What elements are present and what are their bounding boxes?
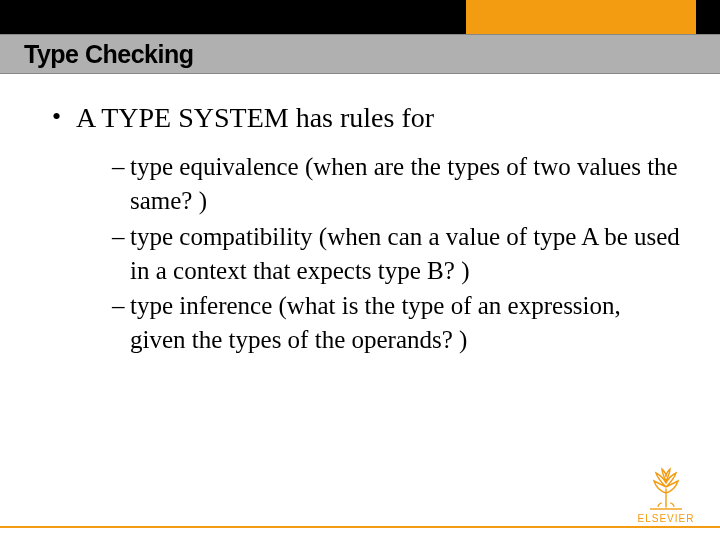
top-orange-accent (466, 0, 696, 34)
sub-bullet-item: type compatibility (when can a value of … (112, 220, 680, 288)
sub-bullet-item: type equivalence (when are the types of … (112, 150, 680, 218)
slide-title: Type Checking (24, 40, 193, 69)
sub-bullet-list: type equivalence (when are the types of … (48, 150, 680, 357)
main-bullet: A TYPE SYSTEM has rules for (48, 100, 680, 136)
title-bar: Type Checking (0, 34, 720, 74)
bottom-accent-line (0, 526, 720, 528)
publisher-logo: ELSEVIER (630, 463, 702, 524)
publisher-name: ELSEVIER (630, 513, 702, 524)
slide-content: A TYPE SYSTEM has rules for type equival… (48, 100, 680, 359)
elsevier-tree-icon (640, 463, 692, 511)
sub-bullet-item: type inference (what is the type of an e… (112, 289, 680, 357)
